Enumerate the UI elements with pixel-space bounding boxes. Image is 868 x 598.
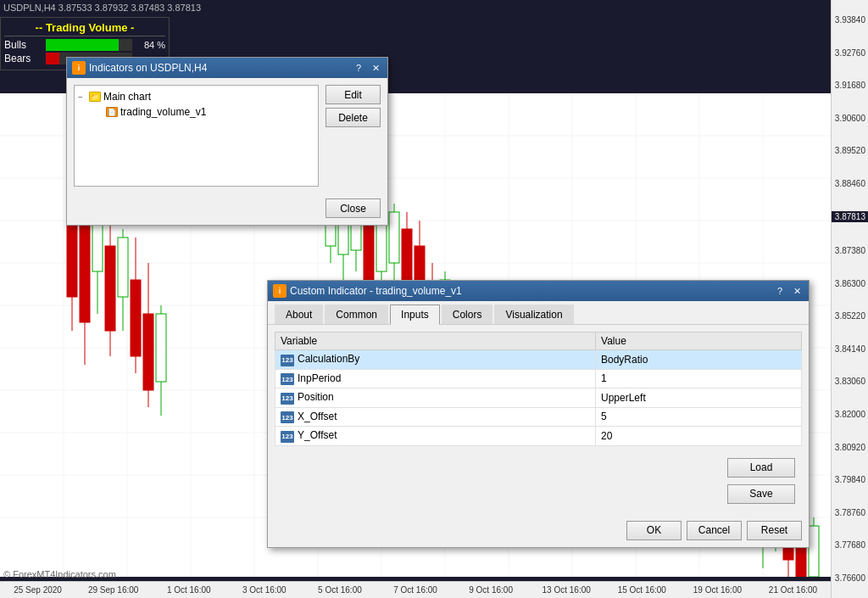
bulls-value: 84 % [136,40,165,50]
svg-rect-33 [131,280,141,356]
table-row[interactable]: 123CalculationBy BodyRatio [275,350,802,370]
table-row[interactable]: 123InpPeriod 1 [275,369,802,388]
indicators-dialog: i Indicators on USDPLN,H4 ? ✕ − 📁 Main c… [66,57,388,226]
var-icon: 123 [281,411,294,423]
price-3.86300: 3.86300 [832,279,868,288]
price-3.88460: 3.88460 [832,179,868,188]
indicators-dialog-icon: i [72,61,86,75]
tree-file-icon: 📄 [106,107,118,117]
tab-about[interactable]: About [275,305,323,324]
indicators-close-button[interactable]: ✕ [369,61,382,75]
price-3.92760: 3.92760 [832,48,868,58]
price-3.80920: 3.80920 [832,443,868,452]
time-label-1: 25 Sep 2020 [0,585,75,595]
price-3.89520: 3.89520 [832,146,868,155]
price-3.93840: 3.93840 [832,15,868,25]
chart-symbol-price: USDPLN,H4 3.87533 3.87932 3.87483 3.8781… [3,3,201,13]
svg-rect-35 [143,314,153,390]
price-3.79840: 3.79840 [832,475,868,484]
ci-icon-label: i [279,287,281,295]
value-cell: 1 [596,369,802,388]
price-3.83060: 3.83060 [832,377,868,386]
load-button[interactable]: Load [727,458,795,478]
ci-dialog-title: Custom Indicator - trading_volume_v1 [290,285,462,297]
bulls-bar-container [46,39,132,51]
price-3.82000: 3.82000 [832,410,868,419]
custom-indicator-titlebar[interactable]: i Custom Indicator - trading_volume_v1 ?… [268,281,809,301]
reset-button[interactable]: Reset [747,521,802,540]
tv-title: -- Trading Volume - [4,21,165,36]
tree-indicator-label: trading_volume_v1 [120,106,206,118]
delete-button[interactable]: Delete [326,108,381,127]
svg-rect-37 [156,314,166,382]
ci-close-button[interactable]: ✕ [790,284,804,298]
edit-button[interactable]: Edit [326,85,381,104]
table-row[interactable]: 123Position UpperLeft [275,388,802,408]
ok-button[interactable]: OK [626,521,682,540]
time-label-10: 19 Oct 16:00 [680,585,755,595]
value-cell: 5 [596,407,802,427]
price-3.91680: 3.91680 [832,81,868,90]
col-value: Value [596,333,802,350]
bulls-row: Bulls 84 % [4,39,165,51]
table-row[interactable]: 123X_Offset 5 [275,407,802,427]
svg-rect-25 [80,221,90,322]
tree-main-chart[interactable]: − 📁 Main chart [78,89,314,104]
tab-colors[interactable]: Colors [442,305,493,324]
bears-label: Bears [4,53,42,64]
time-label-4: 3 Oct 16:00 [226,585,302,595]
table-row[interactable]: 123Y_Offset 20 [275,427,802,446]
tab-inputs[interactable]: Inputs [390,305,440,325]
tree-folder-icon: 📁 [89,92,101,102]
svg-rect-29 [105,246,115,331]
price-3.76600: 3.76600 [832,573,868,583]
chart-topbar: USDPLN,H4 3.87533 3.87932 3.87483 3.8781… [0,0,831,15]
variable-cell: 123X_Offset [275,407,596,427]
tree-indicator-item[interactable]: 📄 trading_volume_v1 [95,104,314,120]
time-label-2: 29 Sep 16:00 [75,585,151,595]
svg-rect-31 [118,238,128,297]
variable-cell: 123Y_Offset [275,427,596,446]
bears-bar [46,53,59,64]
indicators-tree-panel: − 📁 Main chart 📄 trading_volume_v1 [74,85,319,187]
save-button[interactable]: Save [727,484,795,504]
price-3.78760: 3.78760 [832,508,868,517]
titlebar-left: i Indicators on USDPLN,H4 [72,61,207,75]
time-label-5: 5 Oct 16:00 [302,585,377,595]
cancel-button[interactable]: Cancel [687,521,742,540]
time-label-9: 15 Oct 16:00 [604,585,680,595]
indicators-dialog-buttons: Edit Delete [326,85,381,187]
var-icon: 123 [281,393,294,405]
indicators-dialog-content: − 📁 Main chart 📄 trading_volume_v1 Edit … [67,78,387,193]
var-icon: 123 [281,355,294,366]
watermark: © ForexMT4Indicators.com [3,569,116,579]
price-3.85220: 3.85220 [832,311,868,321]
ci-tab-bar: About Common Inputs Colors Visualization [268,301,809,325]
price-3.84140: 3.84140 [832,344,868,354]
price-3.90600: 3.90600 [832,114,868,123]
ci-titlebar-right: ? ✕ [773,284,804,298]
icon-label: i [78,64,81,72]
titlebar-right: ? ✕ [352,61,382,75]
tab-common[interactable]: Common [325,305,388,324]
variable-cell: 123InpPeriod [275,369,596,388]
inputs-table: Variable Value 123CalculationBy BodyRati… [275,332,802,446]
indicators-dialog-footer: Close [67,193,387,225]
ci-help-button[interactable]: ? [773,284,787,298]
indicators-help-button[interactable]: ? [352,61,365,75]
ci-load-save: Load Save [275,453,802,509]
tree-expand-icon: − [78,92,86,102]
col-variable: Variable [275,333,596,350]
tab-visualization[interactable]: Visualization [494,305,573,324]
indicators-close-btn[interactable]: Close [326,198,381,218]
tree-child-container: 📄 trading_volume_v1 [95,104,314,120]
time-scale: 25 Sep 2020 29 Sep 16:00 1 Oct 16:00 3 O… [0,581,831,598]
custom-indicator-dialog: i Custom Indicator - trading_volume_v1 ?… [267,280,810,548]
ci-footer: OK Cancel Reset [268,516,809,547]
ci-tab-content: Variable Value 123CalculationBy BodyRati… [268,325,809,516]
time-label-6: 7 Oct 16:00 [377,585,453,595]
var-icon: 123 [281,373,294,385]
time-label-3: 1 Oct 16:00 [151,585,226,595]
indicators-dialog-titlebar[interactable]: i Indicators on USDPLN,H4 ? ✕ [67,58,387,78]
indicators-dialog-title: Indicators on USDPLN,H4 [89,62,207,74]
